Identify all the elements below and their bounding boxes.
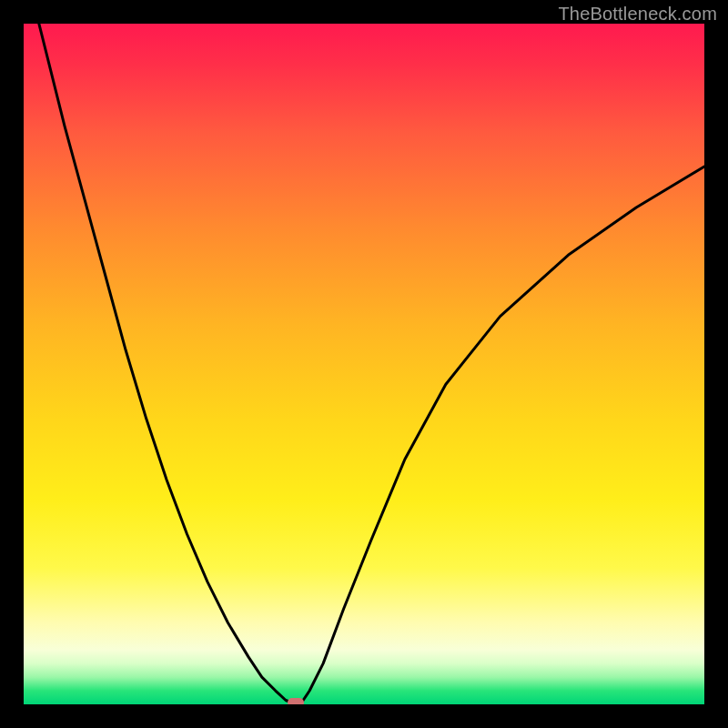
optimal-point-marker bbox=[288, 698, 304, 704]
plot-area bbox=[24, 24, 704, 704]
bottleneck-curve bbox=[24, 24, 704, 704]
chart-frame: TheBottleneck.com bbox=[0, 0, 728, 728]
watermark-text: TheBottleneck.com bbox=[558, 4, 717, 25]
